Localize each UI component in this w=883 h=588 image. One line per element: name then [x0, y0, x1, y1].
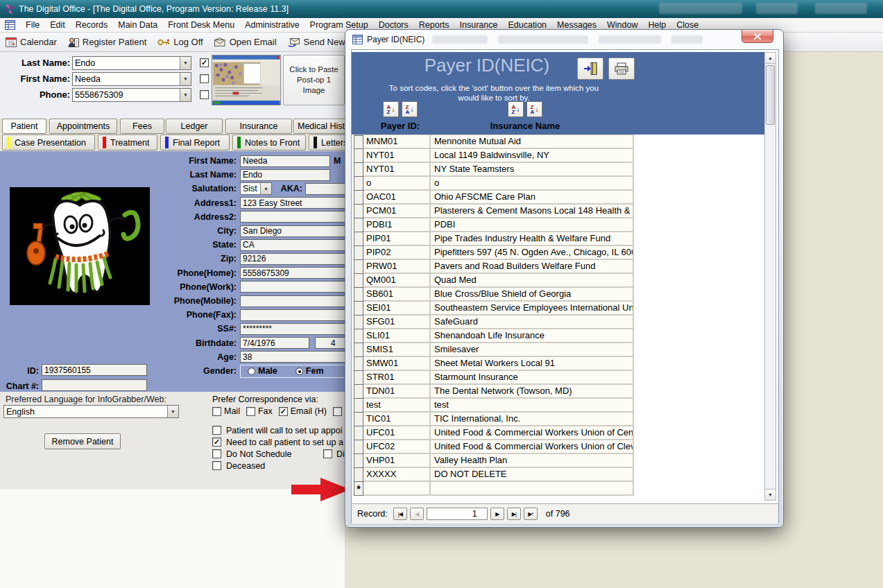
- row-selector[interactable]: [354, 343, 363, 357]
- remove-patient-button[interactable]: Remove Patient: [44, 433, 121, 449]
- payer-row[interactable]: PIP02Pipefitters 597 (45 N. Ogden Ave., …: [354, 246, 634, 260]
- payer-id-cell[interactable]: QM001: [363, 274, 431, 288]
- form-input-state[interactable]: [240, 239, 350, 251]
- insurance-name-cell[interactable]: DO NOT DELETE: [431, 468, 633, 482]
- checkbox-do-not-schedule[interactable]: [212, 449, 221, 458]
- menu-item-file[interactable]: File: [26, 20, 40, 30]
- row-selector[interactable]: [354, 135, 363, 149]
- insurance-name-cell[interactable]: The Dental Network (Towson, MD): [431, 385, 633, 399]
- sort-za-payer-id-button[interactable]: ZA↓: [402, 101, 418, 117]
- toolbar-button-calendar[interactable]: Calendar: [6, 37, 57, 48]
- payer-id-cell[interactable]: SMW01: [363, 357, 431, 371]
- form-input-address1[interactable]: [240, 197, 350, 209]
- insurance-name-cell[interactable]: United Food & Commercial Workers Union o…: [431, 440, 633, 454]
- payer-row[interactable]: VHP01Valley Health Plan: [354, 454, 634, 468]
- sort-za-insurance-button[interactable]: ZA↓: [526, 101, 542, 117]
- row-selector[interactable]: [354, 454, 363, 468]
- salutation-input[interactable]: [241, 183, 260, 194]
- payer-row[interactable]: testtest: [354, 399, 634, 413]
- insurance-name-cell[interactable]: Quad Med: [431, 274, 633, 288]
- row-selector[interactable]: [354, 274, 363, 288]
- chevron-down-icon[interactable]: ▼: [167, 406, 178, 417]
- payer-row[interactable]: TIC01TIC International, Inc.: [354, 413, 634, 426]
- vertical-scrollbar[interactable]: ▲ ▼: [764, 52, 776, 501]
- row-selector[interactable]: [354, 302, 363, 315]
- payer-id-cell[interactable]: o: [363, 177, 431, 191]
- tab-final-report[interactable]: Final Report: [160, 135, 230, 150]
- row-selector[interactable]: [354, 163, 363, 177]
- insurance-name-cell[interactable]: Sheet Metal Workers Local 91: [431, 357, 633, 371]
- row-selector[interactable]: [354, 315, 363, 329]
- payer-id-cell[interactable]: PRW01: [363, 260, 431, 274]
- row-selector[interactable]: [354, 218, 363, 232]
- form-input-phone-fax[interactable]: [240, 309, 350, 321]
- search-input-last-name[interactable]: [73, 57, 180, 69]
- exit-button[interactable]: [577, 58, 603, 80]
- row-selector[interactable]: [354, 177, 363, 191]
- toolbar-button-log-off[interactable]: Log Off: [157, 37, 203, 48]
- payer-row[interactable]: UFC01United Food & Commercial Workers Un…: [354, 426, 634, 440]
- new-record-selector[interactable]: *: [354, 482, 363, 496]
- checkbox-t1[interactable]: ✓: [200, 58, 209, 67]
- print-button[interactable]: [608, 58, 635, 80]
- search-combo-first-name[interactable]: ▼: [72, 72, 191, 86]
- search-input-first-name[interactable]: [73, 73, 180, 85]
- insurance-name-cell[interactable]: Blue Cross/Blue Shield of Georgia: [431, 288, 633, 302]
- menu-item-front-desk-menu[interactable]: Front Desk Menu: [168, 20, 234, 30]
- payer-row[interactable]: OAC01Ohio AFSCME Care Plan: [354, 191, 634, 205]
- payer-row[interactable]: SMW01Sheet Metal Workers Local 91: [354, 357, 634, 371]
- search-input-phone[interactable]: [73, 89, 180, 101]
- tab-ledger[interactable]: Ledger: [166, 119, 223, 134]
- birthdate-input[interactable]: [240, 337, 309, 349]
- payer-row[interactable]: PCM01Plasterers & Cement Masons Local 14…: [354, 205, 634, 218]
- payer-row[interactable]: NYT01NY State Teamsters: [354, 163, 634, 177]
- row-selector[interactable]: [354, 329, 363, 343]
- insurance-name-cell[interactable]: Plasterers & Cement Masons Local 148 Hea…: [431, 205, 633, 218]
- language-combo[interactable]: ▼: [3, 405, 179, 418]
- row-selector[interactable]: [354, 413, 363, 426]
- insurance-name-cell[interactable]: Pipe Trades Industry Health & Welfare Fu…: [431, 232, 633, 246]
- first-record-button[interactable]: |◀: [393, 508, 407, 520]
- row-selector[interactable]: [354, 232, 363, 246]
- payer-row[interactable]: SMIS1Smilesaver: [354, 343, 634, 357]
- row-selector[interactable]: [354, 440, 363, 454]
- menu-item-help[interactable]: Help: [649, 20, 667, 30]
- payer-id-cell[interactable]: NYT01: [363, 163, 431, 177]
- next-record-button[interactable]: ▶: [490, 508, 504, 520]
- payer-id-cell[interactable]: PIP01: [363, 232, 431, 246]
- row-selector[interactable]: [354, 399, 363, 413]
- menu-item-administrative[interactable]: Administrative: [245, 20, 300, 30]
- payer-row[interactable]: STR01Starmount Insurance: [354, 371, 634, 385]
- record-number-input[interactable]: [427, 508, 488, 520]
- payer-id-cell[interactable]: SMIS1: [363, 343, 431, 357]
- insurance-name-cell[interactable]: Ohio AFSCME Care Plan: [431, 191, 633, 205]
- form-input-address2[interactable]: [240, 211, 350, 223]
- payer-id-cell[interactable]: SFG01: [363, 315, 431, 329]
- payer-row[interactable]: MNM01Mennonite Mutual Aid: [354, 135, 634, 149]
- close-button[interactable]: [741, 30, 773, 43]
- checkbox-t3[interactable]: [200, 90, 209, 99]
- menu-item-edit[interactable]: Edit: [50, 20, 65, 30]
- new-record-button[interactable]: ▶*: [524, 508, 538, 520]
- payer-id-cell[interactable]: PIP02: [363, 246, 431, 260]
- chevron-down-icon[interactable]: ▼: [180, 57, 191, 69]
- payer-id-cell[interactable]: test: [363, 399, 431, 413]
- row-selector[interactable]: [354, 149, 363, 163]
- previous-record-button[interactable]: ◀: [410, 508, 424, 520]
- checkbox-di[interactable]: [323, 449, 332, 458]
- payer-row[interactable]: TDN01The Dental Network (Towson, MD): [354, 385, 634, 399]
- sort-az-payer-id-button[interactable]: AZ↓: [383, 101, 399, 117]
- form-input-zip[interactable]: [240, 253, 350, 265]
- language-value[interactable]: [4, 406, 167, 417]
- checkbox-mail[interactable]: [212, 407, 221, 416]
- tab-notes-to-front[interactable]: Notes to Front: [232, 135, 306, 150]
- scrollbar-up-icon[interactable]: ▲: [765, 53, 775, 64]
- payer-id-cell[interactable]: NYT01: [363, 149, 431, 163]
- menu-item-window[interactable]: Window: [607, 20, 637, 30]
- checkbox-need-to-call-patient-to-set-up-a[interactable]: ✓: [212, 438, 221, 447]
- insurance-name-cell[interactable]: Pipefitters 597 (45 N. Ogden Ave., Chica…: [431, 246, 633, 260]
- insurance-name-cell[interactable]: o: [431, 177, 633, 191]
- menu-item-program-setup[interactable]: Program Setup: [310, 20, 368, 30]
- row-selector[interactable]: [354, 205, 363, 218]
- payer-id-cell[interactable]: PCM01: [363, 205, 431, 218]
